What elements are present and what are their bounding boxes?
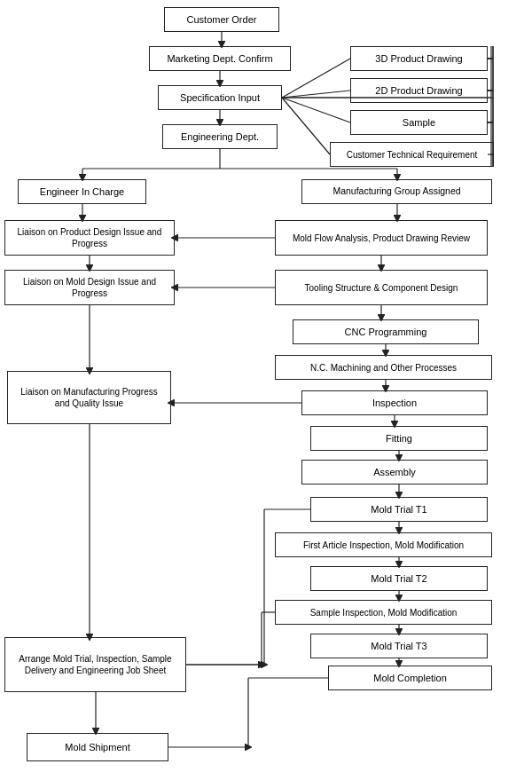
first-article-box: First Article Inspection, Mold Modificat… [275,532,492,557]
cnc-programming-box: CNC Programming [293,319,479,344]
svg-line-11 [282,98,350,122]
marketing-confirm-box: Marketing Dept. Confirm [149,46,291,71]
mfg-group-assigned-box: Manufacturing Group Assigned [301,179,492,204]
drawing-2d-box: 2D Product Drawing [350,78,488,103]
mold-trial-t1-box: Mold Trial T1 [310,497,488,522]
svg-line-9 [282,59,350,98]
engineering-dept-box: Engineering Dept. [162,124,278,149]
cust-tech-req-box: Customer Technical Requirement [330,142,494,167]
fitting-box: Fitting [310,426,488,451]
inspection-box: Inspection [301,390,488,415]
drawing-3d-box: 3D Product Drawing [350,46,488,71]
nc-machining-box: N.C. Machining and Other Processes [275,355,492,380]
svg-line-12 [282,98,330,154]
customer-order-box: Customer Order [164,7,279,32]
mold-shipment-box: Mold Shipment [27,733,168,761]
liaison-product-box: Liaison on Product Design Issue and Prog… [4,220,175,256]
mold-trial-t2-box: Mold Trial T2 [310,566,488,591]
spec-input-box: Specification Input [158,85,282,110]
mold-flow-box: Mold Flow Analysis, Product Drawing Revi… [275,220,488,256]
sample-box: Sample [350,110,488,135]
sample-inspection-box: Sample Inspection, Mold Modification [275,600,492,625]
svg-line-10 [282,91,350,98]
engineer-in-charge-box: Engineer In Charge [18,179,146,204]
flowchart: Customer Order Marketing Dept. Confirm S… [0,0,532,772]
mold-trial-t3-box: Mold Trial T3 [310,634,488,658]
liaison-mold-box: Liaison on Mold Design Issue and Progres… [4,270,175,305]
mold-completion-box: Mold Completion [328,666,492,690]
assembly-box: Assembly [301,460,488,484]
tooling-structure-box: Tooling Structure & Component Design [275,270,488,305]
arrange-mold-box: Arrange Mold Trial, Inspection, Sample D… [4,637,186,692]
liaison-mfg-box: Liaison on Manufacturing Progress and Qu… [7,371,171,424]
